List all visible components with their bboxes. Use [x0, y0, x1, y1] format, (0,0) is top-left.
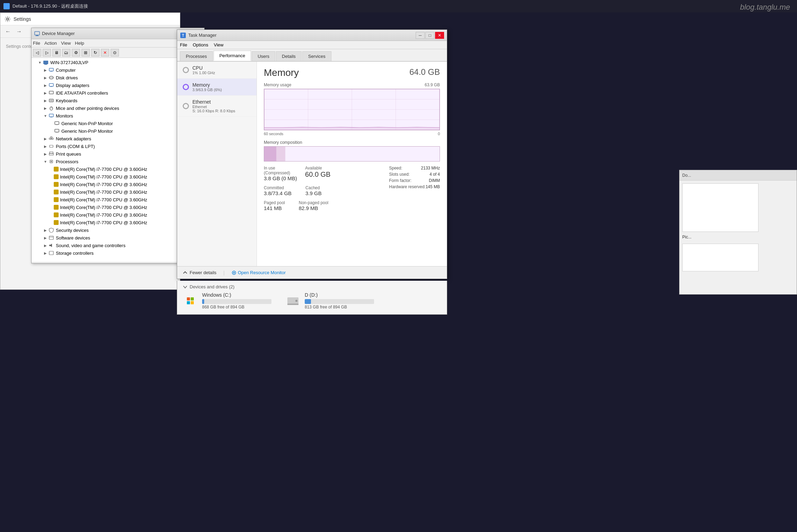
dm-menu-view[interactable]: View: [61, 41, 71, 46]
dm-prop-btn[interactable]: ⚙: [72, 49, 80, 56]
dm-delete-btn[interactable]: ✕: [101, 49, 109, 56]
tm-tabs: Processes Performance Users Details Serv…: [177, 49, 447, 62]
available-label: Available: [305, 166, 341, 171]
tab-users[interactable]: Users: [252, 51, 275, 61]
tm-footer: Fewer details | Open Resource Monitor: [177, 266, 447, 279]
svg-rect-36: [49, 153, 53, 155]
comp-label: Memory composition: [264, 140, 440, 145]
partial-label: Do...: [682, 173, 691, 178]
hwres-label: Hardware reserved:: [389, 184, 425, 189]
sidebar-memory[interactable]: Memory 3.9/63.9 GB (6%): [177, 79, 257, 96]
tree-cpu-1-label: Intel(R) Core(TM) i7-7700 CPU @ 3.60GHz: [60, 167, 147, 172]
fewer-details-label: Fewer details: [190, 270, 216, 275]
tm-main-content: Memory 64.0 GB Memory usage 63.9 GB: [257, 62, 447, 266]
drive-c-bar: [202, 299, 204, 304]
forward-button[interactable]: →: [14, 27, 24, 36]
svg-point-59: [295, 300, 297, 302]
hwres-row: Hardware reserved: 145 MB: [389, 184, 440, 189]
memory-usage-chart: [264, 89, 440, 130]
tree-disk-label: Disk drives: [56, 75, 78, 80]
tree-cpu-3-label: Intel(R) Core(TM) i7-7700 CPU @ 3.60GHz: [60, 182, 147, 187]
dm-type-btn[interactable]: ⊞: [81, 49, 90, 56]
svg-rect-15: [50, 86, 52, 87]
svg-point-56: [233, 272, 235, 273]
tm-menu-view[interactable]: View: [214, 42, 224, 47]
sidebar-cpu[interactable]: CPU 1% 1.00 GHz: [177, 62, 257, 79]
dm-menu-action[interactable]: Action: [44, 41, 57, 46]
cpu-name: CPU: [192, 65, 251, 71]
in-use-value: 3.8 GB (0 MB): [264, 175, 300, 181]
chart-label-row: Memory usage 63.9 GB: [264, 82, 440, 87]
drive-d-info: D (D:) 813 GB free of 894 GB: [305, 292, 374, 309]
svg-rect-8: [43, 61, 48, 64]
dm-menu-file[interactable]: File: [33, 41, 40, 46]
drive-d-name: D (D:): [305, 292, 374, 298]
dm-tree-btn[interactable]: 🗂: [62, 49, 70, 56]
svg-rect-38: [51, 161, 52, 162]
memory-composition: Memory composition: [264, 140, 440, 162]
drive-c[interactable]: Windows (C:) 868 GB free of 894 GB: [183, 292, 271, 309]
chevron-down-icon: [183, 285, 188, 289]
tm-minimize-btn[interactable]: ─: [416, 32, 425, 39]
usage-value: 63.9 GB: [425, 82, 440, 87]
tree-network-label: Network adapters: [56, 136, 91, 141]
tree-cpu-7-label: Intel(R) Core(TM) i7-7700 CPU @ 3.60GHz: [60, 212, 147, 218]
title-bar: Default - 176.9.125.90 - 远程桌面连接 blog.tan…: [0, 0, 797, 12]
tm-close-btn[interactable]: ✕: [435, 32, 444, 39]
dm-forward-btn[interactable]: ▷: [43, 49, 51, 56]
svg-rect-39: [49, 236, 53, 239]
comp-bar-free: [285, 147, 440, 161]
eth-detail2: S: 16.0 Kbps R: 8.0 Kbps: [192, 109, 251, 113]
tree-monitor2-label: Generic Non-PnP Monitor: [61, 129, 113, 134]
drive-d-size: 813 GB free of 894 GB: [305, 305, 374, 309]
drive-d[interactable]: D (D:) 813 GB free of 894 GB: [285, 292, 374, 309]
slots-row: Slots used: 4 of 4: [389, 172, 440, 177]
tm-menu-file[interactable]: File: [180, 42, 187, 47]
svg-rect-23: [50, 117, 52, 117]
tree-software-label: Software devices: [56, 235, 90, 241]
cpu-detail: 1% 1.00 GHz: [192, 71, 251, 75]
form-label: Form factor:: [389, 178, 412, 183]
title-bar-text: Default - 176.9.125.90 - 远程桌面连接: [12, 3, 88, 9]
tab-performance[interactable]: Performance: [214, 51, 251, 61]
dm-back-btn[interactable]: ◁: [33, 49, 41, 56]
tree-security-label: Security devices: [56, 228, 89, 233]
hwres-value: 145 MB: [426, 184, 440, 189]
tree-cpu-8-label: Intel(R) Core(TM) i7-7700 CPU @ 3.60GHz: [60, 220, 147, 225]
tab-processes[interactable]: Processes: [180, 51, 213, 61]
drives-section: Devices and drives (2) Windows (C:): [177, 281, 447, 315]
tree-cpu-5-label: Intel(R) Core(TM) i7-7700 CPU @ 3.60GHz: [60, 197, 147, 202]
dm-scan-btn[interactable]: ⊙: [111, 49, 119, 56]
tab-services[interactable]: Services: [302, 51, 331, 61]
paged-label: Paged pool: [264, 200, 285, 205]
dm-menu-help[interactable]: Help: [75, 41, 84, 46]
tab-details[interactable]: Details: [276, 51, 302, 61]
svg-rect-43: [49, 251, 53, 255]
dm-computer-btn[interactable]: 🖥: [52, 49, 61, 56]
monitor-icon: [232, 270, 236, 275]
comp-bar-standby: [276, 147, 285, 161]
nonpaged-value: 82.9 MB: [299, 205, 328, 211]
eth-dot: [183, 103, 189, 109]
tm-menu-options[interactable]: Options: [193, 42, 208, 47]
dm-update-btn[interactable]: ↻: [91, 49, 99, 56]
tree-monitor1-label: Generic Non-PnP Monitor: [61, 121, 113, 126]
cached-value: 3.9 GB: [305, 190, 322, 196]
speed-value: 2133 MHz: [421, 166, 440, 171]
memory-name: Memory: [192, 82, 251, 88]
sidebar-ethernet[interactable]: Ethernet Ethernet S: 16.0 Kbps R: 8.0 Kb…: [177, 96, 257, 117]
partial-thumb-1: [682, 183, 759, 232]
back-button[interactable]: ←: [3, 27, 13, 36]
drive-c-bar-container: [202, 299, 271, 304]
comp-bar: [264, 146, 440, 162]
svg-rect-10: [49, 68, 53, 71]
chevron-up-icon: [183, 270, 188, 275]
tm-maximize-btn[interactable]: □: [425, 32, 434, 39]
memory-info: Memory 3.9/63.9 GB (6%): [192, 82, 251, 92]
open-resource-monitor-link[interactable]: Open Resource Monitor: [232, 270, 286, 275]
drive-d-icon: [285, 293, 301, 308]
fewer-details-btn[interactable]: Fewer details: [183, 270, 216, 275]
tree-root-label: WIN-3727J40JLVP: [50, 60, 88, 65]
left-stats: In use (Compressed) 3.8 GB (0 MB) Availa…: [264, 166, 382, 214]
svg-rect-26: [55, 129, 59, 132]
